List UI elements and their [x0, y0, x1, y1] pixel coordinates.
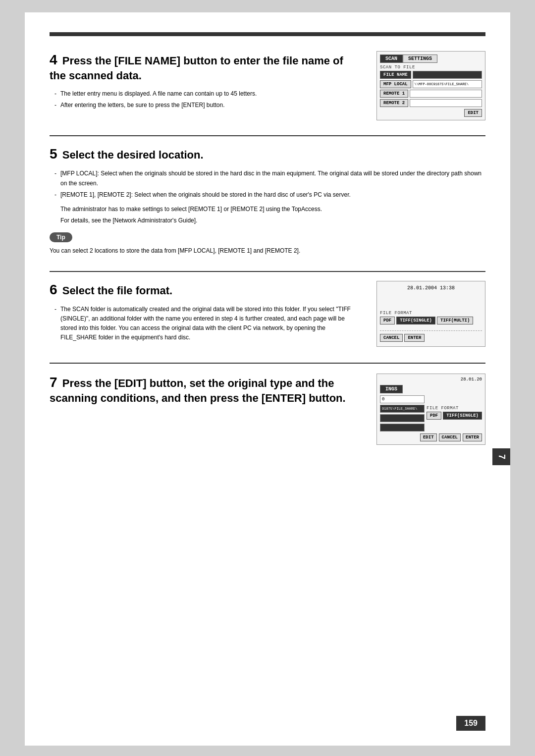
file-name-btn[interactable]: FILE NAME [380, 71, 411, 79]
step6-number: 6 [50, 282, 57, 297]
step6-heading: 6 Select the file format. [50, 281, 362, 299]
mfp-local-row: MFP LOCAL \\MFP-00C91875\FILE_SHARE\ [380, 80, 482, 88]
main-page: 4 Press the [FILE NAME] button to enter … [25, 12, 510, 746]
step5-extra2: For details, see the [Network Administra… [50, 216, 485, 225]
panel3-left-col: 0 91875\FILE_SHARE\ [380, 395, 425, 432]
tab-settings[interactable]: SETTINGS [403, 54, 437, 63]
panel3: 28.01.20 INGS 0 91875\FILE_SHARE\ [376, 374, 485, 445]
step4-title: Press the [FILE NAME] button to enter th… [50, 54, 343, 82]
remote2-btn[interactable]: REMOTE 2 [380, 99, 408, 107]
panel2-container: 28.01.2004 13:38 FILE FORMAT PDF TIFF(SI… [376, 281, 485, 347]
panel3-path-field[interactable]: 91875\FILE_SHARE\ [380, 405, 425, 413]
panel1-container: SCAN SETTINGS SCAN TO FILE FILE NAME MFP… [376, 51, 485, 120]
step4-number: 4 [50, 52, 57, 67]
page-number: 159 [456, 716, 485, 731]
step6-block: 6 Select the file format. The SCAN folde… [50, 281, 485, 348]
edit-btn[interactable]: EDIT [464, 109, 482, 117]
top-bar [50, 32, 485, 36]
panel3-field1-val: 0 [382, 397, 384, 402]
panel3-container: 28.01.20 INGS 0 91875\FILE_SHARE\ [376, 374, 485, 445]
panel1: SCAN SETTINGS SCAN TO FILE FILE NAME MFP… [376, 51, 485, 120]
panel3-format-btns: PDF TIFF(SINGLE) [427, 412, 482, 420]
tiff-single-btn[interactable]: TIFF(SINGLE) [396, 317, 435, 324]
pdf-btn[interactable]: PDF [380, 317, 395, 324]
panel2-bottom-btns: CANCEL ENTER [380, 334, 482, 342]
step5-bullets: [MFP LOCAL]: Select when the originals s… [50, 169, 485, 200]
remote1-btn[interactable]: REMOTE 1 [380, 90, 408, 98]
step4-left: 4 Press the [FILE NAME] button to enter … [50, 51, 362, 115]
step6-title: Select the file format. [62, 284, 173, 297]
panel3-bottom-btns: EDIT CANCEL ENTER [380, 433, 482, 441]
step7-heading: 7 Press the [EDIT] button, set the origi… [50, 374, 362, 406]
step4-heading: 4 Press the [FILE NAME] button to enter … [50, 51, 362, 83]
file-name-row: FILE NAME [380, 71, 482, 79]
side-tab: 7 [492, 448, 510, 465]
step5-heading: 5 Select the desired location. [50, 145, 485, 163]
step7-block: 7 Press the [EDIT] button, set the origi… [50, 374, 485, 445]
step5-block: 5 Select the desired location. [MFP LOCA… [50, 145, 485, 256]
panel3-path-val: 91875\FILE_SHARE\ [382, 407, 417, 411]
file-format-label: FILE FORMAT [380, 311, 482, 316]
step7-title: Press the [EDIT] button, set the origina… [50, 377, 346, 404]
step4-bullet-2: After entering the letters, be sure to p… [54, 101, 362, 110]
step6-bullets: The SCAN folder is automatically created… [50, 305, 362, 343]
tab-ings[interactable]: INGS [380, 385, 403, 393]
step4-block: 4 Press the [FILE NAME] button to enter … [50, 51, 485, 120]
panel2-timestamp: 28.01.2004 13:38 [380, 284, 482, 292]
file-name-field[interactable] [413, 71, 482, 79]
step4-bullets: The letter entry menu is displayed. A fi… [50, 89, 362, 110]
panel3-tabs: INGS [380, 385, 482, 393]
mfp-local-field[interactable]: \\MFP-00C91875\FILE_SHARE\ [413, 80, 482, 88]
step5-number: 5 [50, 146, 57, 162]
panel3-empty-field[interactable] [380, 414, 425, 422]
panel3-file-format-label: FILE FORMAT [427, 406, 482, 411]
tip-badge: Tip [50, 232, 72, 242]
divider3 [50, 363, 485, 364]
panel3-timestamp: 28.01.20 [380, 377, 482, 382]
panel1-tabs: SCAN SETTINGS [380, 54, 482, 63]
file-format-btns: PDF TIFF(SINGLE) TIFF(MULTI) [380, 317, 482, 324]
panel3-cancel-btn[interactable]: CANCEL [439, 433, 461, 441]
remote2-field[interactable] [410, 99, 482, 107]
step7-number: 7 [50, 375, 57, 390]
tip-text: You can select 2 locations to store the … [50, 246, 485, 256]
step5-bullet-1: [MFP LOCAL]: Select when the originals s… [54, 169, 485, 188]
cancel-btn[interactable]: CANCEL [380, 334, 403, 342]
step6-bullet-1: The SCAN folder is automatically created… [54, 305, 362, 343]
tab-scan[interactable]: SCAN [380, 54, 403, 63]
step6-left: 6 Select the file format. The SCAN folde… [50, 281, 362, 348]
panel3-right-col: FILE FORMAT PDF TIFF(SINGLE) [427, 406, 482, 421]
step5-extra1: The administrator has to make settings t… [50, 205, 485, 214]
step7-left: 7 Press the [EDIT] button, set the origi… [50, 374, 362, 412]
panel3-tiff-single-btn[interactable]: TIFF(SINGLE) [443, 412, 482, 420]
panel3-empty-field2[interactable] [380, 424, 425, 432]
step4-bullet-1: The letter entry menu is displayed. A fi… [54, 89, 362, 99]
scan-to-file-label: SCAN TO FILE [380, 65, 482, 70]
divider2 [50, 271, 485, 272]
enter-btn[interactable]: ENTER [404, 334, 425, 342]
panel3-pdf-btn[interactable]: PDF [427, 412, 441, 420]
step5-title: Select the desired location. [62, 149, 204, 161]
remote2-row: REMOTE 2 [380, 99, 482, 107]
panel3-edit-btn[interactable]: EDIT [420, 433, 437, 441]
remote1-field[interactable] [410, 90, 482, 98]
remote1-row: REMOTE 1 [380, 90, 482, 98]
divider1 [50, 135, 485, 136]
panel3-field1[interactable]: 0 [380, 395, 425, 403]
panel3-main-row: 0 91875\FILE_SHARE\ FILE FORMAT PDF [380, 395, 482, 432]
panel3-enter-btn[interactable]: ENTER [463, 433, 482, 441]
mfp-local-btn[interactable]: MFP LOCAL [380, 80, 411, 88]
panel2: 28.01.2004 13:38 FILE FORMAT PDF TIFF(SI… [376, 281, 485, 347]
tiff-multi-btn[interactable]: TIFF(MULTI) [437, 317, 473, 324]
step5-bullet-2: [REMOTE 1], [REMOTE 2]: Select when the … [54, 190, 485, 200]
edit-row: EDIT [380, 109, 482, 117]
